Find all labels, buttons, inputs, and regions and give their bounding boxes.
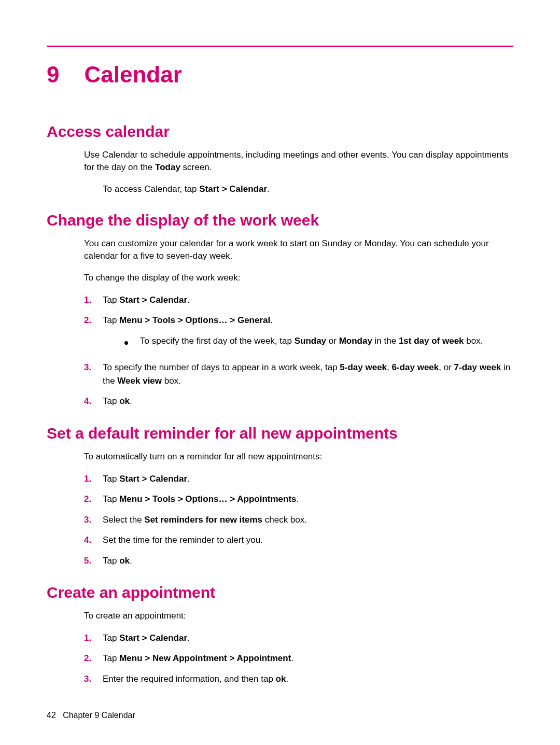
bold-text: Set reminders for new items — [144, 515, 262, 525]
step-content: Enter the required information, and then… — [103, 672, 513, 686]
text: , — [387, 362, 391, 372]
create-steps: 1. Tap Start > Calendar. 2. Tap Menu > N… — [84, 631, 513, 686]
reminder-para1: To automatically turn on a reminder for … — [84, 451, 513, 463]
sublist: To specify the first day of the week, ta… — [121, 334, 513, 349]
step-content: Tap Start > Calendar. — [103, 631, 513, 645]
step-content: Tap Menu > Tools > Options… > General. T… — [103, 314, 513, 354]
text: . — [286, 674, 288, 684]
step-content: To specify the number of days to appear … — [103, 361, 513, 387]
page-footer: 42 Chapter 9 Calendar — [47, 711, 135, 720]
bullet-icon — [121, 334, 140, 349]
text: . — [130, 396, 132, 406]
bold-text: Start > Calendar — [119, 295, 187, 305]
list-item: 3. To specify the number of days to appe… — [84, 361, 513, 387]
text: Enter the required information, and then… — [103, 674, 276, 684]
bold-text: Start > Calendar — [119, 474, 187, 484]
step-content: Tap Menu > New Appointment > Appointment… — [103, 652, 513, 665]
text: box. — [162, 376, 181, 386]
list-item: 1. Tap Start > Calendar. — [84, 472, 513, 486]
section-heading-workweek: Change the display of the work week — [47, 212, 513, 229]
text: . — [297, 494, 299, 504]
top-rule — [47, 46, 513, 47]
step-content: Set the time for the reminder to alert y… — [103, 533, 513, 547]
step-number: 1. — [84, 293, 103, 307]
sublist-item: To specify the first day of the week, ta… — [121, 334, 513, 349]
workweek-steps: 1. Tap Start > Calendar. 2. Tap Menu > T… — [84, 293, 513, 408]
text: box. — [464, 336, 483, 346]
reminder-steps: 1. Tap Start > Calendar. 2. Tap Menu > T… — [84, 472, 513, 568]
step-content: Tap Start > Calendar. — [103, 472, 513, 486]
text: Tap — [103, 396, 119, 406]
workweek-para2: To change the display of the work week: — [84, 272, 513, 284]
step-number: 3. — [84, 672, 103, 686]
bold-text: 6-day week — [392, 362, 439, 372]
step-number: 5. — [84, 554, 103, 568]
step-number: 1. — [84, 631, 103, 645]
text: Tap — [103, 295, 119, 305]
text: Tap — [103, 494, 119, 504]
list-item: 4. Tap ok. — [84, 395, 513, 408]
bold-text: Monday — [339, 336, 372, 346]
list-item: 4. Set the time for the reminder to aler… — [84, 533, 513, 547]
text: . — [130, 556, 132, 566]
text: . — [270, 315, 273, 325]
list-item: 3. Enter the required information, and t… — [84, 672, 513, 686]
list-item: 2. Tap Menu > Tools > Options… > Appoint… — [84, 493, 513, 506]
step-content: Tap ok. — [103, 554, 513, 568]
step-content: Tap Start > Calendar. — [103, 293, 513, 307]
bold-text: Week view — [117, 376, 162, 386]
text: Tap — [103, 315, 119, 325]
step-number: 4. — [84, 395, 103, 408]
step-content: Tap ok. — [103, 395, 513, 408]
text: Tap — [103, 556, 119, 566]
page-number: 42 — [47, 711, 56, 720]
bold-text: 1st day of week — [399, 336, 464, 346]
text: . — [187, 474, 190, 484]
bold-text: Sunday — [295, 336, 326, 346]
chapter-header: 9 Calendar — [47, 62, 513, 88]
footer-label: Chapter 9 Calendar — [63, 711, 135, 720]
text: To access Calendar, tap — [103, 184, 199, 194]
text: screen. — [180, 162, 212, 172]
list-item: 1. Tap Start > Calendar. — [84, 631, 513, 645]
step-number: 4. — [84, 533, 103, 547]
list-item: 2. Tap Menu > Tools > Options… > General… — [84, 314, 513, 354]
bold-text: ok — [276, 674, 286, 684]
text: To specify the number of days to appear … — [103, 362, 340, 372]
bold-text: Today — [155, 162, 180, 172]
access-para1: Use Calendar to schedule appointments, i… — [84, 149, 513, 174]
step-number: 2. — [84, 493, 103, 506]
step-number: 1. — [84, 472, 103, 486]
step-content: Select the Set reminders for new items c… — [103, 513, 513, 527]
text: Tap — [103, 474, 119, 484]
bold-text: 5-day week — [340, 362, 387, 372]
text: in the — [372, 336, 399, 346]
list-item: 1. Tap Start > Calendar. — [84, 293, 513, 307]
text: Tap — [103, 653, 119, 663]
bold-text: Start > Calendar — [119, 633, 187, 643]
bold-text: Menu > Tools > Options… > General — [119, 315, 270, 325]
step-number: 3. — [84, 361, 103, 387]
text: , or — [439, 362, 454, 372]
text: or — [326, 336, 339, 346]
section-heading-access: Access calendar — [47, 123, 513, 140]
create-para1: To create an appointment: — [84, 610, 513, 622]
list-item: 3. Select the Set reminders for new item… — [84, 513, 513, 527]
step-content: Tap Menu > Tools > Options… > Appointmen… — [103, 493, 513, 506]
sublist-content: To specify the first day of the week, ta… — [140, 334, 483, 349]
list-item: 2. Tap Menu > New Appointment > Appointm… — [84, 652, 513, 665]
chapter-number: 9 — [47, 62, 59, 88]
text: . — [291, 653, 293, 663]
text: Tap — [103, 633, 119, 643]
access-para2: To access Calendar, tap Start > Calendar… — [103, 183, 513, 195]
bold-text: ok — [119, 556, 130, 566]
text: Select the — [103, 515, 144, 525]
text: check box. — [262, 515, 307, 525]
bold-text: Menu > Tools > Options… > Appointments — [119, 494, 296, 504]
text: Use Calendar to schedule appointments, i… — [84, 150, 508, 172]
bold-text: Menu > New Appointment > Appointment — [119, 653, 291, 663]
text: . — [187, 295, 190, 305]
bold-text: ok — [119, 396, 130, 406]
section-heading-create: Create an appointment — [47, 584, 513, 601]
step-number: 2. — [84, 314, 103, 354]
